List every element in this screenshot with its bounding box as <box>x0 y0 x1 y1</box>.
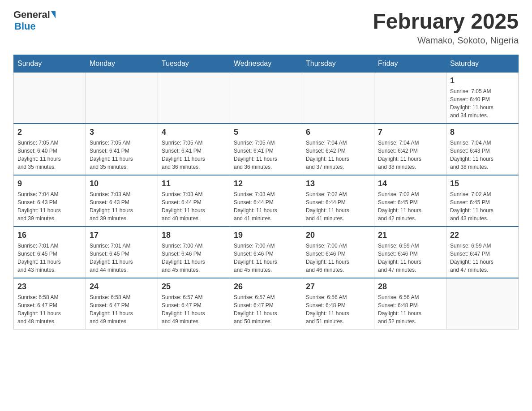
day-info: Sunrise: 7:04 AM Sunset: 6:43 PM Dayligh… <box>17 190 82 223</box>
calendar-cell: 28Sunrise: 6:56 AM Sunset: 6:48 PM Dayli… <box>374 278 446 330</box>
month-title: February 2025 <box>373 9 519 34</box>
day-header-monday: Monday <box>86 55 158 73</box>
day-number: 16 <box>17 231 82 240</box>
week-row-5: 23Sunrise: 6:58 AM Sunset: 6:47 PM Dayli… <box>14 278 519 330</box>
day-info: Sunrise: 7:01 AM Sunset: 6:45 PM Dayligh… <box>90 242 154 274</box>
day-number: 23 <box>17 282 82 291</box>
calendar-cell <box>302 73 374 124</box>
day-info: Sunrise: 7:02 AM Sunset: 6:44 PM Dayligh… <box>306 190 370 223</box>
day-number: 3 <box>90 128 154 137</box>
calendar-cell <box>374 73 446 124</box>
calendar-cell <box>86 73 158 124</box>
calendar-cell: 11Sunrise: 7:03 AM Sunset: 6:44 PM Dayli… <box>158 175 230 227</box>
day-info: Sunrise: 7:00 AM Sunset: 6:46 PM Dayligh… <box>162 242 226 274</box>
week-row-4: 16Sunrise: 7:01 AM Sunset: 6:45 PM Dayli… <box>14 227 519 278</box>
day-number: 14 <box>378 179 442 188</box>
day-info: Sunrise: 6:59 AM Sunset: 6:46 PM Dayligh… <box>378 242 442 274</box>
calendar-cell: 27Sunrise: 6:56 AM Sunset: 6:48 PM Dayli… <box>302 278 374 330</box>
day-info: Sunrise: 7:05 AM Sunset: 6:40 PM Dayligh… <box>17 139 82 171</box>
calendar-cell: 13Sunrise: 7:02 AM Sunset: 6:44 PM Dayli… <box>302 175 374 227</box>
calendar-cell: 10Sunrise: 7:03 AM Sunset: 6:43 PM Dayli… <box>86 175 158 227</box>
day-number: 10 <box>90 179 154 188</box>
day-header-friday: Friday <box>374 55 446 73</box>
day-info: Sunrise: 7:02 AM Sunset: 6:45 PM Dayligh… <box>378 190 442 223</box>
calendar-table: SundayMondayTuesdayWednesdayThursdayFrid… <box>13 55 519 330</box>
calendar-cell <box>158 73 230 124</box>
day-header-sunday: Sunday <box>14 55 86 73</box>
calendar-cell: 16Sunrise: 7:01 AM Sunset: 6:45 PM Dayli… <box>14 227 86 278</box>
day-info: Sunrise: 7:03 AM Sunset: 6:44 PM Dayligh… <box>162 190 226 223</box>
day-number: 22 <box>450 231 515 240</box>
day-number: 20 <box>306 231 370 240</box>
day-header-saturday: Saturday <box>446 55 519 73</box>
day-number: 28 <box>378 282 442 291</box>
week-row-2: 2Sunrise: 7:05 AM Sunset: 6:40 PM Daylig… <box>14 124 519 175</box>
calendar-cell: 23Sunrise: 6:58 AM Sunset: 6:47 PM Dayli… <box>14 278 86 330</box>
day-info: Sunrise: 7:05 AM Sunset: 6:41 PM Dayligh… <box>162 139 226 171</box>
day-number: 13 <box>306 179 370 188</box>
calendar-cell: 2Sunrise: 7:05 AM Sunset: 6:40 PM Daylig… <box>14 124 86 175</box>
day-info: Sunrise: 6:58 AM Sunset: 6:47 PM Dayligh… <box>17 293 82 325</box>
calendar-cell: 4Sunrise: 7:05 AM Sunset: 6:41 PM Daylig… <box>158 124 230 175</box>
calendar-cell <box>14 73 86 124</box>
calendar-cell: 26Sunrise: 6:57 AM Sunset: 6:47 PM Dayli… <box>230 278 302 330</box>
day-info: Sunrise: 7:00 AM Sunset: 6:46 PM Dayligh… <box>306 242 370 274</box>
day-number: 11 <box>162 179 226 188</box>
day-header-tuesday: Tuesday <box>158 55 230 73</box>
day-info: Sunrise: 6:59 AM Sunset: 6:47 PM Dayligh… <box>450 242 515 274</box>
day-info: Sunrise: 6:56 AM Sunset: 6:48 PM Dayligh… <box>378 293 442 325</box>
day-info: Sunrise: 7:03 AM Sunset: 6:43 PM Dayligh… <box>90 190 154 223</box>
calendar-cell: 14Sunrise: 7:02 AM Sunset: 6:45 PM Dayli… <box>374 175 446 227</box>
calendar-cell: 1Sunrise: 7:05 AM Sunset: 6:40 PM Daylig… <box>446 73 519 124</box>
location-text: Wamako, Sokoto, Nigeria <box>373 35 519 46</box>
calendar-cell: 20Sunrise: 7:00 AM Sunset: 6:46 PM Dayli… <box>302 227 374 278</box>
day-info: Sunrise: 7:03 AM Sunset: 6:44 PM Dayligh… <box>234 190 298 223</box>
calendar-cell: 5Sunrise: 7:05 AM Sunset: 6:41 PM Daylig… <box>230 124 302 175</box>
day-number: 27 <box>306 282 370 291</box>
week-row-3: 9Sunrise: 7:04 AM Sunset: 6:43 PM Daylig… <box>14 175 519 227</box>
calendar-cell: 19Sunrise: 7:00 AM Sunset: 6:46 PM Dayli… <box>230 227 302 278</box>
day-info: Sunrise: 6:57 AM Sunset: 6:47 PM Dayligh… <box>162 293 226 325</box>
day-number: 12 <box>234 179 298 188</box>
calendar-cell: 8Sunrise: 7:04 AM Sunset: 6:43 PM Daylig… <box>446 124 519 175</box>
calendar-cell: 9Sunrise: 7:04 AM Sunset: 6:43 PM Daylig… <box>14 175 86 227</box>
day-number: 7 <box>378 128 442 137</box>
day-number: 26 <box>234 282 298 291</box>
day-header-thursday: Thursday <box>302 55 374 73</box>
calendar-cell: 25Sunrise: 6:57 AM Sunset: 6:47 PM Dayli… <box>158 278 230 330</box>
day-number: 8 <box>450 128 515 137</box>
calendar-cell: 12Sunrise: 7:03 AM Sunset: 6:44 PM Dayli… <box>230 175 302 227</box>
logo: General Blue <box>13 9 56 32</box>
calendar-cell: 6Sunrise: 7:04 AM Sunset: 6:42 PM Daylig… <box>302 124 374 175</box>
day-header-wednesday: Wednesday <box>230 55 302 73</box>
day-info: Sunrise: 6:56 AM Sunset: 6:48 PM Dayligh… <box>306 293 370 325</box>
day-info: Sunrise: 7:05 AM Sunset: 6:41 PM Dayligh… <box>234 139 298 171</box>
calendar-cell: 17Sunrise: 7:01 AM Sunset: 6:45 PM Dayli… <box>86 227 158 278</box>
day-info: Sunrise: 7:01 AM Sunset: 6:45 PM Dayligh… <box>17 242 82 274</box>
day-number: 5 <box>234 128 298 137</box>
logo-blue-text: Blue <box>14 21 56 32</box>
day-info: Sunrise: 7:02 AM Sunset: 6:45 PM Dayligh… <box>450 190 515 223</box>
day-number: 21 <box>378 231 442 240</box>
day-info: Sunrise: 6:58 AM Sunset: 6:47 PM Dayligh… <box>90 293 154 325</box>
title-block: February 2025 Wamako, Sokoto, Nigeria <box>373 9 519 46</box>
calendar-cell: 21Sunrise: 6:59 AM Sunset: 6:46 PM Dayli… <box>374 227 446 278</box>
week-row-1: 1Sunrise: 7:05 AM Sunset: 6:40 PM Daylig… <box>14 73 519 124</box>
calendar-cell <box>230 73 302 124</box>
day-info: Sunrise: 7:00 AM Sunset: 6:46 PM Dayligh… <box>234 242 298 274</box>
day-number: 17 <box>90 231 154 240</box>
day-number: 6 <box>306 128 370 137</box>
calendar-header-row: SundayMondayTuesdayWednesdayThursdayFrid… <box>14 55 519 73</box>
day-number: 4 <box>162 128 226 137</box>
day-number: 2 <box>17 128 82 137</box>
day-number: 9 <box>17 179 82 188</box>
logo-general-text: General <box>13 9 50 21</box>
day-info: Sunrise: 7:04 AM Sunset: 6:42 PM Dayligh… <box>378 139 442 171</box>
day-number: 24 <box>90 282 154 291</box>
day-number: 19 <box>234 231 298 240</box>
calendar-cell: 18Sunrise: 7:00 AM Sunset: 6:46 PM Dayli… <box>158 227 230 278</box>
page-header: General Blue February 2025 Wamako, Sokot… <box>13 9 519 46</box>
calendar-cell: 24Sunrise: 6:58 AM Sunset: 6:47 PM Dayli… <box>86 278 158 330</box>
calendar-cell: 3Sunrise: 7:05 AM Sunset: 6:41 PM Daylig… <box>86 124 158 175</box>
calendar-cell <box>446 278 519 330</box>
